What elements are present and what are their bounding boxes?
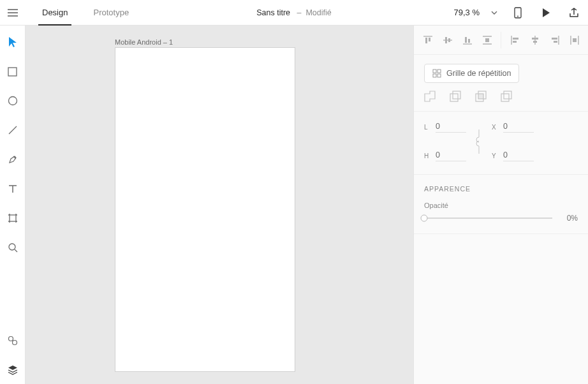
text-tool[interactable] — [5, 181, 20, 196]
align-vcenter-button[interactable] — [439, 32, 456, 48]
select-tool[interactable] — [5, 34, 20, 50]
svg-rect-21 — [573, 38, 577, 42]
width-input[interactable]: 0 — [436, 122, 466, 133]
inspector-panel: Grille de répétition L 0 X 0 H 0 Y 0 — [413, 26, 588, 384]
svg-rect-14 — [485, 38, 489, 42]
svg-rect-11 — [448, 38, 450, 42]
dimensions-section: L 0 X 0 H 0 Y 0 — [414, 112, 588, 175]
artboard[interactable] — [115, 47, 295, 372]
opacity-label: Opacité — [424, 202, 578, 209]
pen-icon — [8, 154, 18, 165]
svg-rect-16 — [513, 41, 517, 43]
canvas[interactable]: Mobile Android – 1 — [26, 26, 413, 384]
text-icon — [8, 184, 17, 193]
pen-tool[interactable] — [5, 152, 20, 167]
x-input[interactable]: 0 — [503, 122, 534, 133]
right-controls: 79,3 % — [448, 0, 588, 25]
opacity-value[interactable]: 0% — [559, 214, 578, 223]
layers-tool[interactable] — [5, 362, 20, 378]
y-label: Y — [492, 152, 499, 159]
doc-modified: Modifié — [305, 8, 331, 17]
align-bottom-button[interactable] — [459, 32, 476, 48]
distribute-v-button[interactable] — [479, 32, 496, 48]
y-input[interactable]: 0 — [503, 151, 534, 161]
align-hcenter-button[interactable] — [527, 32, 543, 48]
svg-rect-23 — [437, 70, 441, 73]
rectangle-icon — [8, 67, 17, 77]
svg-rect-4 — [10, 215, 16, 221]
align-bottom-icon — [462, 35, 473, 45]
boolean-exclude-button[interactable] — [501, 91, 513, 103]
opacity-slider-thumb[interactable] — [421, 215, 428, 222]
align-right-icon — [550, 35, 560, 45]
boolean-add-icon — [424, 91, 436, 102]
repeat-section: Grille de répétition — [414, 55, 588, 112]
layers-icon — [8, 365, 18, 375]
x-label: X — [492, 124, 499, 131]
align-right-button[interactable] — [547, 32, 563, 48]
repeat-grid-icon — [432, 69, 441, 78]
align-top-button[interactable] — [420, 32, 436, 48]
align-left-button[interactable] — [507, 32, 524, 48]
boolean-intersect-button[interactable] — [475, 91, 488, 103]
device-preview-button[interactable] — [504, 0, 532, 26]
svg-point-6 — [8, 337, 13, 341]
distribute-v-icon — [482, 35, 492, 45]
play-button[interactable] — [532, 0, 560, 26]
artboard-label[interactable]: Mobile Android – 1 — [115, 38, 173, 46]
svg-rect-26 — [450, 94, 458, 101]
svg-rect-9 — [429, 38, 430, 41]
repeat-grid-label: Grille de répétition — [446, 69, 511, 78]
lock-aspect-button[interactable] — [470, 129, 488, 154]
appearance-title: APPARENCE — [424, 185, 578, 193]
boolean-intersect-icon — [475, 91, 487, 102]
distribute-h-icon — [570, 35, 580, 45]
zoom-dropdown[interactable]: 79,3 % — [448, 8, 504, 17]
link-icon — [476, 129, 482, 154]
svg-rect-25 — [437, 74, 441, 77]
svg-rect-22 — [433, 70, 436, 73]
opacity-slider[interactable] — [424, 213, 552, 223]
svg-rect-19 — [552, 38, 557, 40]
chevron-down-icon — [491, 11, 497, 15]
svg-point-5 — [9, 244, 15, 250]
boolean-subtract-button[interactable] — [450, 91, 462, 103]
height-input[interactable]: 0 — [436, 151, 466, 161]
zoom-value: 79,3 % — [454, 8, 480, 17]
menu-button[interactable] — [0, 0, 26, 26]
artboard-tool[interactable] — [5, 210, 20, 226]
line-icon — [8, 125, 18, 135]
boolean-add-button[interactable] — [424, 91, 437, 103]
svg-rect-27 — [453, 91, 460, 99]
pathfinder-row — [424, 91, 578, 103]
share-button[interactable] — [560, 0, 588, 26]
zoom-icon — [8, 242, 18, 253]
repeat-grid-button[interactable]: Grille de répétition — [424, 64, 519, 83]
width-label: L — [424, 124, 432, 131]
svg-rect-17 — [532, 38, 538, 40]
tab-prototype[interactable]: Prototype — [89, 0, 133, 25]
symbols-tool[interactable] — [5, 333, 20, 348]
svg-point-1 — [517, 15, 518, 17]
svg-rect-8 — [425, 38, 427, 43]
svg-point-3 — [8, 97, 17, 105]
ellipse-icon — [8, 96, 18, 106]
distribute-h-button[interactable] — [566, 32, 583, 48]
zoom-tool[interactable] — [5, 240, 20, 255]
rectangle-tool[interactable] — [5, 64, 20, 79]
line-tool[interactable] — [5, 122, 20, 138]
svg-rect-13 — [468, 39, 470, 43]
ellipse-tool[interactable] — [5, 93, 20, 108]
tab-design[interactable]: Design — [38, 0, 71, 25]
svg-rect-31 — [501, 94, 509, 101]
artboard-icon — [8, 213, 18, 223]
tab-prototype-label: Prototype — [93, 8, 129, 17]
svg-point-7 — [12, 341, 17, 345]
hamburger-icon — [8, 9, 18, 17]
align-row — [414, 26, 588, 55]
svg-rect-30 — [478, 94, 483, 99]
align-left-icon — [510, 35, 520, 45]
boolean-subtract-icon — [450, 91, 461, 102]
mode-tabs: Design Prototype — [38, 0, 151, 25]
svg-rect-2 — [8, 68, 17, 76]
